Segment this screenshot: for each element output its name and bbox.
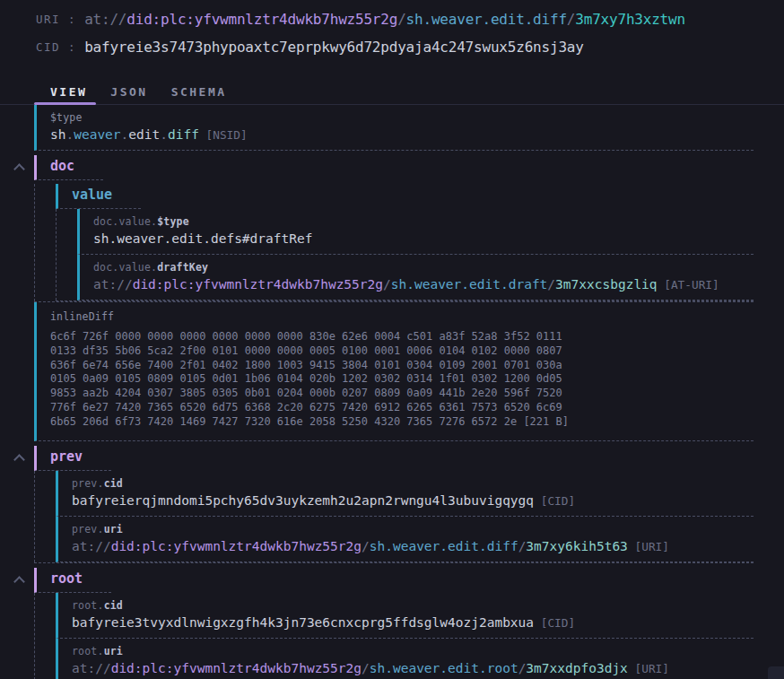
- scroll-corner: [768, 666, 784, 679]
- field-value: bafyreie3tvyxdlnwigxzgfh4k3jn73e6cnxcprg…: [72, 615, 754, 630]
- text-segment: bafyreie3tvyxdlnwigxzgfh4k3jn73e6cnxcprg…: [72, 615, 534, 630]
- collapse-chevron-icon[interactable]: [15, 576, 24, 585]
- text-segment: at://: [72, 539, 111, 553]
- text-segment: prev.: [72, 523, 104, 535]
- record-identifier-header: URI : at://did:plc:yfvwmnlztr4dwkb7hwz55…: [0, 0, 784, 61]
- text-segment: sh: [50, 127, 65, 142]
- text-segment: at://: [72, 661, 111, 675]
- text-segment: diff: [168, 127, 199, 142]
- group-body-value: doc.value.$type sh.weaver.edit.defs#draf…: [56, 209, 754, 300]
- field-value: at://did:plc:yfvwmnlztr4dwkb7hwz55r2g/sh…: [72, 539, 754, 553]
- text-segment: /: [362, 539, 370, 553]
- link-segment[interactable]: 3m7xy7h3xztwn: [575, 11, 685, 28]
- text-segment: weaver: [74, 127, 120, 142]
- group-body-root: root.cid bafyreie3tvyxdlnwigxzgfh4k3jn73…: [34, 593, 754, 679]
- text-segment: $type: [157, 215, 189, 228]
- tab-view[interactable]: VIEW: [50, 85, 87, 104]
- text-segment: uri: [104, 645, 123, 657]
- uri-value: at://did:plc:yfvwmnlztr4dwkb7hwz55r2g/sh…: [84, 11, 685, 28]
- field-label: doc.value.draftKey: [93, 261, 754, 274]
- link-segment[interactable]: sh.weaver.edit.draft: [391, 277, 548, 292]
- field-label: prev.cid: [72, 477, 754, 490]
- text-segment: [URI]: [628, 540, 669, 553]
- group-root: root root.cid bafyreie3tvyxdlnwigxzgfh4k…: [34, 568, 754, 679]
- text-segment: [CID]: [534, 616, 575, 630]
- group-title: doc: [50, 158, 74, 174]
- link-segment[interactable]: 3m7xy6kih5t63: [526, 539, 628, 553]
- field-label: doc.value.$type: [93, 215, 754, 228]
- field-value: sh.weaver.edit.defs#draftRef: [93, 231, 754, 246]
- text-segment: /: [383, 277, 391, 292]
- tab-schema[interactable]: SCHEMA: [171, 85, 227, 104]
- record-viewer: URI : at://did:plc:yfvwmnlztr4dwkb7hwz55…: [0, 0, 784, 679]
- text-segment: $type: [50, 111, 83, 124]
- field-label: $type: [50, 111, 754, 124]
- text-segment: [URI]: [628, 662, 669, 675]
- group-value: value doc.value.$type sh.weaver.edit.def…: [56, 184, 754, 301]
- field-inlinediff: inlineDiff 6c6f 726f 0000 0000 0000 0000…: [34, 302, 754, 441]
- field-root-cid: root.cid bafyreie3tvyxdlnwigxzgfh4k3jn73…: [56, 593, 754, 639]
- group-title: root: [50, 570, 83, 587]
- cid-label: CID :: [36, 40, 76, 54]
- link-segment[interactable]: did:plc:yfvwmnlztr4dwkb7hwz55r2g: [133, 277, 383, 292]
- link-segment[interactable]: sh.weaver.edit.diff: [370, 539, 518, 553]
- field-prev-uri: prev.uri at://did:plc:yfvwmnlztr4dwkb7hw…: [56, 517, 754, 562]
- group-doc: doc value doc.value.$type sh.weaver.edit…: [34, 155, 754, 302]
- text-segment: cid: [104, 599, 123, 612]
- field-value: sh.weaver.edit.diff [NSID]: [50, 127, 754, 142]
- field-label: root.uri: [72, 645, 754, 657]
- group-prev: prev prev.cid bafyreierqjmndomi5pchy65dv…: [34, 446, 754, 563]
- field-label: prev.uri: [72, 523, 754, 535]
- group-title: value: [72, 187, 112, 203]
- field-doc-value-type: doc.value.$type sh.weaver.edit.defs#draf…: [77, 209, 754, 255]
- text-segment: /: [397, 11, 405, 28]
- record-tree: $type sh.weaver.edit.diff [NSID] doc val…: [34, 105, 754, 679]
- link-segment[interactable]: 3m7xxdpfo3djx: [526, 661, 628, 675]
- field-label: inlineDiff: [50, 310, 754, 323]
- field-value: at://did:plc:yfvwmnlztr4dwkb7hwz55r2g/sh…: [93, 277, 754, 292]
- link-segment[interactable]: sh.weaver.edit.diff: [406, 11, 567, 28]
- text-segment: /: [362, 661, 370, 675]
- field-doc-value-draftkey: doc.value.draftKey at://did:plc:yfvwmnlz…: [77, 255, 754, 300]
- text-segment: uri: [104, 523, 123, 535]
- field-type: $type sh.weaver.edit.diff [NSID]: [34, 105, 754, 151]
- field-value: bafyreierqjmndomi5pchy65dv3uykzemh2u2apn…: [72, 493, 754, 508]
- field-label: root.cid: [72, 599, 754, 612]
- link-segment[interactable]: did:plc:yfvwmnlztr4dwkb7hwz55r2g: [111, 539, 362, 553]
- link-segment[interactable]: did:plc:yfvwmnlztr4dwkb7hwz55r2g: [126, 11, 397, 28]
- cid-value: bafyreie3s7473phypoaxtc7eprpkwy6d72pdyaj…: [84, 39, 584, 56]
- link-segment[interactable]: 3m7xxcsbgzliq: [555, 277, 658, 292]
- text-segment: edit: [128, 127, 160, 142]
- text-segment: [AT-URI]: [658, 278, 719, 292]
- text-segment: root.: [72, 599, 104, 612]
- tab-json[interactable]: JSON: [110, 85, 147, 104]
- collapse-chevron-icon[interactable]: [15, 454, 24, 463]
- text-segment: root.: [72, 645, 104, 657]
- text-segment: draftKey: [157, 261, 208, 274]
- link-segment[interactable]: did:plc:yfvwmnlztr4dwkb7hwz55r2g: [111, 661, 362, 675]
- text-segment: [NSID]: [199, 128, 248, 142]
- group-body-prev: prev.cid bafyreierqjmndomi5pchy65dv3uykz…: [34, 471, 754, 562]
- text-segment: [CID]: [534, 494, 575, 508]
- field-prev-cid: prev.cid bafyreierqjmndomi5pchy65dv3uykz…: [56, 471, 754, 517]
- group-header-root: root: [34, 568, 111, 593]
- group-header-doc: doc: [34, 155, 103, 180]
- text-segment: /: [547, 277, 555, 292]
- field-root-uri: root.uri at://did:plc:yfvwmnlztr4dwkb7hw…: [56, 639, 754, 679]
- text-segment: doc.value.: [93, 215, 157, 228]
- text-segment: doc.value.: [93, 261, 157, 274]
- hex-dump: 6c6f 726f 0000 0000 0000 0000 0000 0000 …: [50, 330, 754, 430]
- group-body-doc: value doc.value.$type sh.weaver.edit.def…: [34, 184, 754, 301]
- uri-line: URI : at://did:plc:yfvwmnlztr4dwkb7hwz55…: [36, 5, 784, 33]
- text-segment: at://: [93, 277, 133, 292]
- collapse-chevron-icon[interactable]: [15, 163, 24, 172]
- uri-label: URI :: [36, 13, 76, 26]
- text-segment: cid: [104, 477, 123, 490]
- cid-line: CID : bafyreie3s7473phypoaxtc7eprpkwy6d7…: [36, 33, 784, 61]
- text-segment: at://: [84, 11, 126, 28]
- group-title: prev: [50, 448, 83, 465]
- link-segment[interactable]: sh.weaver.edit.root: [370, 661, 518, 675]
- group-header-prev: prev: [34, 446, 111, 471]
- field-value: at://did:plc:yfvwmnlztr4dwkb7hwz55r2g/sh…: [72, 661, 754, 675]
- group-header-value: value: [56, 184, 141, 209]
